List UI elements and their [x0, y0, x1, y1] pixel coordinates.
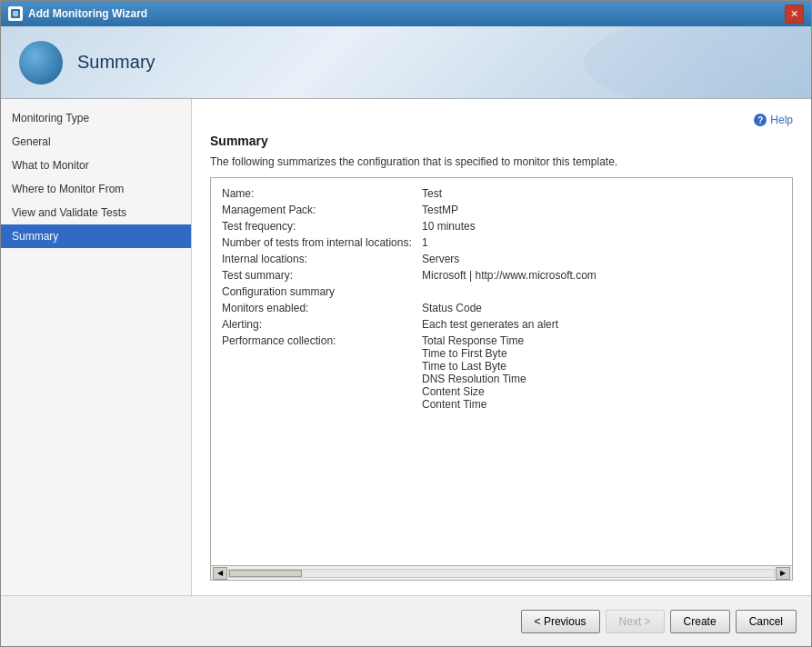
wizard-icon: [19, 41, 63, 85]
summary-value: TestMP: [422, 204, 458, 216]
summary-value: 10 minutes: [422, 220, 476, 233]
summary-label: Alerting:: [222, 318, 422, 331]
next-button[interactable]: Next >: [606, 610, 665, 633]
table-row: Number of tests from internal locations:…: [222, 236, 781, 249]
scroll-left-button[interactable]: ◀: [213, 567, 227, 580]
main-content: ? Help Summary The following summarizes …: [192, 99, 811, 595]
help-label: Help: [770, 114, 793, 126]
summary-value: Total Response TimeTime to First ByteTim…: [422, 334, 526, 411]
previous-button[interactable]: < Previous: [521, 610, 600, 633]
sidebar-item-general[interactable]: General: [1, 130, 191, 154]
table-row: Management Pack:TestMP: [222, 204, 781, 216]
summary-table: Name:TestManagement Pack:TestMPTest freq…: [211, 178, 792, 423]
horizontal-scrollbar: ◀ ▶: [211, 565, 792, 580]
footer: < Previous Next > Create Cancel: [1, 595, 811, 646]
help-icon: ?: [754, 114, 767, 126]
summary-value: Status Code: [422, 302, 482, 314]
summary-value: Each test generates an alert: [422, 318, 558, 331]
table-row: Configuration summary: [222, 285, 781, 298]
header-decoration: [538, 26, 811, 99]
table-row: Test frequency:10 minutes: [222, 220, 781, 233]
sidebar-item-what-to-monitor[interactable]: What to Monitor: [1, 154, 191, 177]
content-area: Monitoring TypeGeneralWhat to MonitorWhe…: [1, 99, 811, 595]
sidebar-item-where-to-monitor[interactable]: Where to Monitor From: [1, 177, 191, 201]
window-title: Add Monitoring Wizard: [28, 7, 785, 20]
cancel-button[interactable]: Cancel: [736, 610, 797, 633]
sidebar: Monitoring TypeGeneralWhat to MonitorWhe…: [1, 99, 192, 595]
svg-rect-1: [13, 11, 18, 16]
summary-label: Management Pack:: [222, 204, 422, 216]
summary-scroll[interactable]: Name:TestManagement Pack:TestMPTest freq…: [211, 178, 792, 565]
scroll-track[interactable]: [228, 569, 775, 578]
close-button[interactable]: ✕: [785, 5, 804, 24]
header-banner: Summary: [1, 26, 811, 99]
scroll-thumb[interactable]: [229, 570, 302, 577]
summary-value: Servers: [422, 253, 459, 265]
summary-value: 1: [422, 236, 428, 249]
section-description: The following summarizes the configurati…: [210, 155, 793, 168]
help-row: ? Help: [210, 114, 793, 126]
summary-value: Test: [422, 187, 442, 200]
table-row: Alerting:Each test generates an alert: [222, 318, 781, 331]
table-row: Internal locations:Servers: [222, 253, 781, 265]
sidebar-item-summary[interactable]: Summary: [1, 224, 191, 248]
table-row: Name:Test: [222, 187, 781, 200]
header-title: Summary: [77, 52, 155, 73]
sidebar-item-monitoring-type[interactable]: Monitoring Type: [1, 106, 191, 130]
summary-label: Configuration summary: [222, 285, 422, 298]
help-link[interactable]: ? Help: [754, 114, 793, 126]
summary-label: Performance collection:: [222, 334, 422, 347]
summary-label: Test frequency:: [222, 220, 422, 233]
summary-label: Internal locations:: [222, 253, 422, 265]
table-row: Performance collection:Total Response Ti…: [222, 334, 781, 411]
scroll-right-button[interactable]: ▶: [776, 567, 790, 580]
titlebar: Add Monitoring Wizard ✕: [1, 1, 811, 26]
window-icon: [8, 6, 23, 21]
create-button[interactable]: Create: [670, 610, 730, 633]
summary-label: Number of tests from internal locations:: [222, 236, 422, 249]
main-window: Add Monitoring Wizard ✕ Summary Monitori…: [0, 0, 812, 647]
section-title: Summary: [210, 134, 793, 148]
summary-label: Monitors enabled:: [222, 302, 422, 314]
summary-label: Test summary:: [222, 269, 422, 282]
summary-box: Name:TestManagement Pack:TestMPTest freq…: [210, 177, 793, 581]
summary-value: Microsoft | http://www.microsoft.com: [422, 269, 596, 282]
table-row: Monitors enabled:Status Code: [222, 302, 781, 314]
main-inner: ? Help Summary The following summarizes …: [192, 99, 811, 595]
table-row: Test summary:Microsoft | http://www.micr…: [222, 269, 781, 282]
summary-label: Name:: [222, 187, 422, 200]
sidebar-item-view-validate[interactable]: View and Validate Tests: [1, 201, 191, 224]
